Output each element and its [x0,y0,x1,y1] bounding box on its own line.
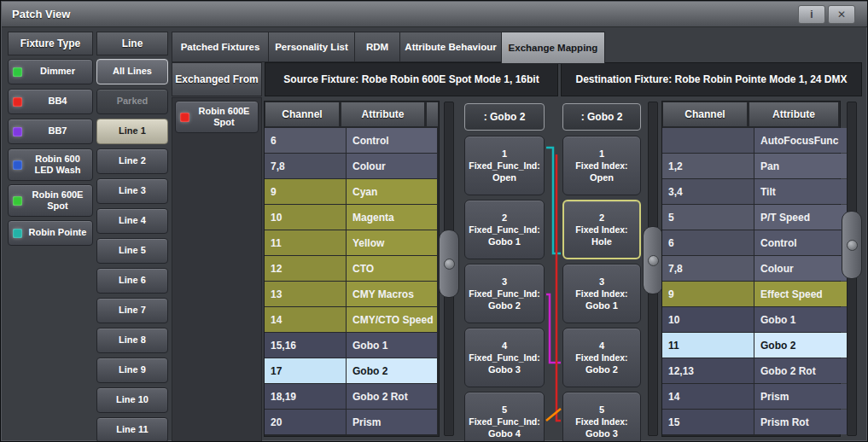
line-6[interactable]: Line 6 [96,268,168,294]
dest-row[interactable]: 1,2Pan [662,154,851,178]
channel-cell: 1,2 [662,154,754,178]
dest-row[interactable]: 9Effect Speed [662,282,851,306]
exchanged-from-fixture-robin-600e-spot[interactable]: Robin 600E Spot [175,101,259,133]
dest-row[interactable]: 12,13Gobo 2 Rot [662,358,851,383]
led-icon [13,196,22,206]
line-2[interactable]: Line 2 [96,148,168,174]
dest-function-header[interactable]: : Gobo 2 [562,103,641,131]
line-3[interactable]: Line 3 [96,178,168,204]
fixture-type-bb7[interactable]: BB7 [8,119,93,144]
source-function-item[interactable]: 4 Fixed_Func_Ind: Gobo 3 [464,328,545,387]
source-function-header[interactable]: : Gobo 2 [464,103,545,131]
tab-attribute-behaviour[interactable]: Attribute Behaviour [399,32,502,62]
attribute-cell: Control [347,128,437,153]
source-row[interactable]: 6Control [265,128,437,153]
source-row[interactable]: 18,19Gobo 2 Rot [265,384,437,409]
source-row[interactable]: 12CTO [265,256,437,281]
line-5[interactable]: Line 5 [96,238,168,264]
line-1[interactable]: Line 1 [96,119,168,144]
dest-row[interactable]: 3,4Tilt [662,179,851,204]
source-function-item[interactable]: 5 Fixed_Func_Ind: Gobo 4 [464,392,545,442]
mapping-line-red [556,154,561,421]
attribute-cell: Effect Speed [754,282,851,306]
fixture-type-bb4[interactable]: BB4 [8,89,93,114]
source-row[interactable]: 15,16Gobo 1 [265,333,437,358]
source-row[interactable]: 14CMY/CTO Speed [265,307,437,332]
attribute-cell: CTO [347,256,437,281]
channel-cell: 6 [662,230,754,255]
led-icon [13,67,22,77]
line-10[interactable]: Line 10 [96,387,168,413]
line-8[interactable]: Line 8 [96,328,168,353]
source-row[interactable]: 13CMY Macros [265,282,437,306]
line-parked[interactable]: Parked [96,89,168,114]
attribute-cell: Tilt [754,179,851,204]
exchanged-from-panel [172,97,262,442]
source-row-selected[interactable]: 17Gobo 2 [265,358,437,383]
source-function-item[interactable]: 3 Fixed_Func_Ind: Gobo 2 [464,264,545,323]
attribute-cell: Prism [754,384,851,409]
dest-row[interactable]: 5P/T Speed [662,205,851,230]
tab-personality-list[interactable]: Personality List [268,32,355,62]
fixture-type-dimmer[interactable]: Dimmer [8,59,93,84]
close-button[interactable]: ✕ [828,5,855,24]
fixture-type-header: Fixture Type [8,32,93,55]
channel-cell: 14 [662,384,754,409]
dest-row[interactable]: 15Prism Rot [662,410,851,434]
tab-patched-fixtures[interactable]: Patched Fixtures [172,32,269,62]
led-icon [13,229,22,238]
source-row[interactable]: 11Yellow [265,230,437,255]
fixture-type-robin-600-led-wash[interactable]: Robin 600 LED Wash [8,148,93,181]
attribute-cell: Gobo 1 [347,333,437,358]
dest-function-item[interactable]: 1 Fixed Index: Open [562,136,641,195]
channel-cell: 11 [662,333,754,358]
attribute-cell: Pan [754,154,851,178]
channel-cell: 15 [662,410,754,434]
line-9[interactable]: Line 9 [96,358,168,383]
source-scrollbar-thumb[interactable] [439,230,459,298]
channel-cell: 9 [662,282,754,306]
dest-function-item[interactable]: 5 Fixed Index: Gobo 3 [562,392,641,442]
channel-cell: 15,16 [265,333,346,358]
attribute-cell: CMY/CTO Speed [347,307,437,332]
channel-cell: 7,8 [265,154,346,178]
channel-cell: 20 [265,410,346,434]
source-row[interactable]: 10Magenta [265,205,437,230]
dest-function-item[interactable]: 3 Fixed Index: Gobo 1 [562,264,641,323]
channel-cell: 18,19 [265,384,346,409]
dest-row[interactable]: 14Prism [662,384,851,409]
tab-exchange-mapping[interactable]: Exchange Mapping [501,32,605,64]
channel-cell: 12,13 [662,358,754,383]
dest-row-selected[interactable]: 11Gobo 2 [662,333,851,358]
led-icon [13,160,22,170]
dest-function-item-selected[interactable]: 2 Fixed Index: Hole [562,200,641,259]
dest-row[interactable]: 6Control [662,230,851,255]
led-icon [180,113,189,122]
line-all-lines[interactable]: All Lines [96,59,168,84]
source-row[interactable]: 20Prism [265,410,437,434]
dest-row[interactable]: AutoFocusFunc [662,128,851,153]
line-4[interactable]: Line 4 [96,208,168,234]
dest-row[interactable]: 7,8Colour [662,256,851,281]
fixture-type-robin-600e-spot[interactable]: Robin 600E Spot [8,184,93,217]
dest-function-item[interactable]: 4 Fixed Index: Gobo 2 [562,328,641,387]
tab-rdm[interactable]: RDM [354,32,400,62]
line-11[interactable]: Line 11 [96,417,168,442]
fixture-type-robin-pointe[interactable]: Robin Pointe [8,220,93,246]
source-row[interactable]: 9Cyan [265,179,437,204]
source-function-item[interactable]: 2 Fixed_Func_Ind: Gobo 1 [464,200,545,259]
attribute-cell: CMY Macros [347,282,437,306]
source-row[interactable]: 7,8Colour [265,154,437,178]
dest-table-scrollbar-thumb[interactable] [842,211,862,279]
grip-icon [444,259,455,270]
source-function-item[interactable]: 1 Fixed_Func_Ind: Open [464,136,545,195]
dest-row[interactable]: 10Gobo 1 [662,307,851,332]
led-icon [13,97,22,107]
dest-functions-scrollbar-thumb[interactable] [643,226,663,294]
info-button[interactable]: i [798,5,825,24]
line-7[interactable]: Line 7 [96,298,168,323]
channel-cell: 10 [265,205,346,230]
info-icon: i [810,9,813,20]
mapping-line-orange [546,409,561,421]
titlebar[interactable]: Patch View [2,2,868,27]
